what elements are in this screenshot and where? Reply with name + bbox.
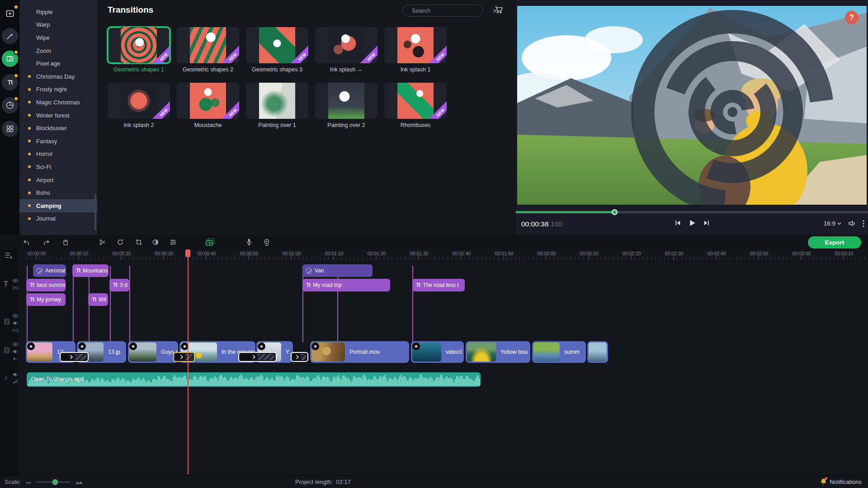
title-track-visibility-toggle[interactable] xyxy=(12,277,19,284)
notifications-button[interactable]: Notifications xyxy=(820,478,862,485)
transition-tile[interactable]: NEW Rhombuses xyxy=(384,83,447,128)
category-item[interactable]: Frosty night xyxy=(19,83,97,96)
overlay-track-link-toggle[interactable] xyxy=(12,327,19,333)
category-item[interactable]: Sci-Fi xyxy=(19,160,97,174)
category-scrollbar[interactable] xyxy=(94,193,96,230)
video-clip[interactable] xyxy=(587,341,608,363)
redo-button[interactable] xyxy=(41,237,52,248)
previous-frame-button[interactable] xyxy=(674,219,681,227)
transition-tile[interactable]: NEW Geometric shapes 1 xyxy=(108,27,170,73)
next-frame-button[interactable] xyxy=(703,219,710,227)
title-clip[interactable]: Aerostat xyxy=(33,264,66,277)
video-track-visibility-toggle[interactable] xyxy=(12,341,19,347)
sticker-type-icon xyxy=(37,268,42,274)
crop-button[interactable] xyxy=(133,237,144,248)
zoom-slider-handle[interactable] xyxy=(52,479,58,485)
volume-button[interactable] xyxy=(848,220,856,227)
webcam-icon xyxy=(262,238,271,247)
favorite-star-badge: ★ xyxy=(78,343,86,350)
transition-tile[interactable]: Painting over 2 xyxy=(315,83,377,128)
help-button[interactable]: ? xyxy=(845,11,859,24)
video-track-mute-toggle[interactable] xyxy=(12,348,19,355)
title-clip[interactable]: Van xyxy=(302,264,373,277)
ruler-major-ticks xyxy=(36,255,868,260)
category-item[interactable]: Wipe xyxy=(19,31,97,44)
stickers-button[interactable] xyxy=(2,97,18,113)
transitions-button[interactable] xyxy=(2,51,18,67)
more-options-button[interactable] xyxy=(863,220,864,227)
transition-tile[interactable]: NEW Moustache xyxy=(177,83,239,128)
category-item[interactable]: Zoom xyxy=(19,44,97,57)
category-item[interactable]: Airport xyxy=(19,174,97,187)
audio-track-effects-toggle[interactable] xyxy=(12,379,19,385)
title-clip[interactable]: Tt Wil xyxy=(88,293,108,306)
overlay-track-mute-toggle[interactable] xyxy=(12,320,19,326)
transition-tile[interactable]: NEW Geometric shapes 2 xyxy=(177,27,239,73)
category-item[interactable]: Journal xyxy=(19,212,97,225)
audio-track-mute-toggle[interactable] xyxy=(12,371,19,378)
search-bar[interactable]: ✕ xyxy=(402,5,483,17)
play-button[interactable] xyxy=(688,219,696,227)
transition-wizard-button[interactable] xyxy=(205,237,216,248)
timeline-zoom-slider[interactable] xyxy=(36,482,71,483)
grid-icon xyxy=(6,125,14,133)
category-item[interactable]: Camping xyxy=(19,199,97,212)
video-clip[interactable]: ★ Guys.r xyxy=(128,341,178,363)
playhead-handle[interactable] xyxy=(185,249,190,257)
split-button[interactable] xyxy=(97,237,108,248)
rotate-button[interactable] xyxy=(115,237,126,248)
undo-button[interactable] xyxy=(21,237,32,248)
clip-properties-button[interactable] xyxy=(168,237,179,248)
title-clip[interactable]: Tt 3 d xyxy=(109,279,129,291)
export-button[interactable]: Export xyxy=(808,236,861,249)
color-adjustments-button[interactable] xyxy=(150,237,161,248)
timeline-transition[interactable] xyxy=(173,352,195,362)
overlay-track-visibility-toggle[interactable] xyxy=(12,313,19,319)
category-item[interactable]: Winter forest xyxy=(19,109,97,122)
category-item[interactable]: Fantasy xyxy=(19,135,97,148)
title-clip[interactable]: Tt My jornwy xyxy=(26,293,66,306)
transition-tile[interactable]: NEW Ink splash 1 xyxy=(384,27,447,73)
zoom-out-mountains-icon[interactable] xyxy=(25,480,32,484)
transition-tile[interactable]: NEW Ink splash ↔ xyxy=(315,27,377,73)
video-clip[interactable]: Yellow boa xyxy=(466,341,530,363)
video-clip[interactable]: ★ Portrait.mov xyxy=(310,341,409,363)
store-cart-button[interactable] xyxy=(494,5,504,14)
record-audio-button[interactable] xyxy=(244,237,255,248)
search-input[interactable] xyxy=(411,7,492,14)
transition-thumbnail xyxy=(315,83,377,119)
transition-tile[interactable]: Painting over 1 xyxy=(246,83,308,128)
audio-clip[interactable]: Open To Change.mp3 xyxy=(27,372,481,387)
title-clip[interactable]: Tt My road trip xyxy=(302,279,390,291)
title-clip[interactable]: Tt best summe xyxy=(26,279,66,291)
timeline-ruler[interactable]: 00:00:0000:00:1000:00:2000:00:3000:00:40… xyxy=(0,249,868,261)
zoom-in-mountains-icon[interactable] xyxy=(75,479,83,484)
category-item[interactable]: Horror xyxy=(19,148,97,161)
more-tools-button[interactable] xyxy=(2,121,18,137)
notification-dot xyxy=(14,73,19,78)
title-clip[interactable]: Tt Mountains xyxy=(72,264,108,277)
aspect-ratio-dropdown[interactable]: 16:9 xyxy=(824,220,841,227)
transition-tile[interactable]: NEW Geometric shapes 3 xyxy=(246,27,308,73)
category-item[interactable]: Magic Christmas xyxy=(19,96,97,109)
titles-button[interactable]: Tt xyxy=(2,74,18,90)
transition-tile[interactable]: NEW Ink splash 2 xyxy=(108,83,170,128)
delete-button[interactable] xyxy=(60,237,71,248)
category-item[interactable]: Blockbuster xyxy=(19,122,97,135)
title-clip[interactable]: Tt The road less t xyxy=(412,279,465,291)
record-webcam-button[interactable] xyxy=(261,237,272,248)
category-item[interactable]: Christmas Day xyxy=(19,70,97,83)
video-clip[interactable]: ★ video1 xyxy=(411,341,464,363)
import-button[interactable] xyxy=(2,5,18,22)
timeline-transition[interactable] xyxy=(291,352,308,362)
category-item[interactable]: Warp xyxy=(19,19,97,32)
filters-button[interactable] xyxy=(2,28,18,44)
title-track-sync-toggle[interactable] xyxy=(12,285,19,291)
timeline-transition[interactable] xyxy=(60,352,89,362)
video-track-collapse-button[interactable] xyxy=(12,356,19,362)
category-item[interactable]: Ripple xyxy=(19,5,97,19)
category-item[interactable]: Boho xyxy=(19,186,97,199)
timeline-transition[interactable] xyxy=(238,352,277,362)
category-item[interactable]: Pixel age xyxy=(19,57,97,70)
video-clip[interactable]: summ xyxy=(532,341,586,363)
